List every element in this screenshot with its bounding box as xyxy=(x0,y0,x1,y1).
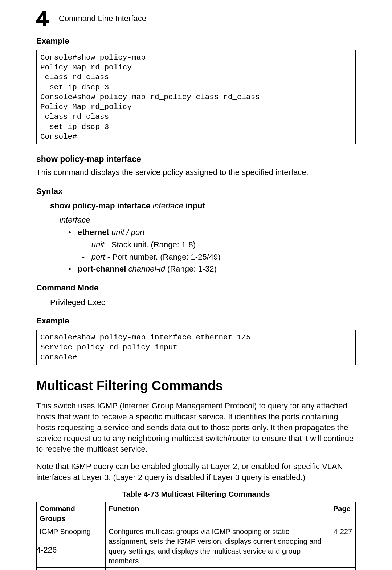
header-title: Command Line Interface xyxy=(59,13,146,24)
multicast-commands-table: Command Groups Function Page IGMP Snoopi… xyxy=(36,502,356,570)
page-header: Command Line Interface xyxy=(36,11,356,26)
slash: / xyxy=(127,228,129,237)
portchannel-keyword: port-channel xyxy=(78,264,126,273)
dash-port: - port - Port number. (Range: 1-25/49) xyxy=(82,252,356,262)
multicast-heading: Multicast Filtering Commands xyxy=(36,377,356,395)
bullet-portchannel: • port-channel channel-id (Range: 1-32) xyxy=(68,264,356,274)
chapter-number-icon xyxy=(36,11,54,26)
th-page: Page xyxy=(330,502,356,525)
table-row: IGMP Snooping Configures multicast group… xyxy=(37,525,356,567)
table-row: IGMP Query (Layer 2) Configures IGMP que… xyxy=(37,567,356,570)
th-command-groups: Command Groups xyxy=(37,502,106,525)
example-code-block-1: Console#show policy-map Policy Map rd_po… xyxy=(36,50,356,144)
dash: - xyxy=(82,252,89,261)
th-function: Function xyxy=(106,502,330,525)
syntax-keyword: show policy-map interface xyxy=(50,201,150,210)
syntax-line: show policy-map interface interface inpu… xyxy=(50,200,356,211)
port-text: - Port number. (Range: 1-25/49) xyxy=(107,252,221,261)
cell-page: 4-227 xyxy=(330,525,356,567)
dash: - xyxy=(82,240,89,249)
cell-function: Configures multicast groups via IGMP sno… xyxy=(106,525,330,567)
syntax-heading: Syntax xyxy=(36,186,356,197)
command-mode-value: Privileged Exec xyxy=(50,297,356,308)
ethernet-unit: unit xyxy=(111,228,124,237)
command-title: show policy-map interface xyxy=(36,154,356,165)
portchannel-text: (Range: 1-32) xyxy=(167,264,217,273)
unit-text: - Stack unit. (Range: 1-8) xyxy=(106,240,196,249)
table-caption: Table 4-73 Multicast Filtering Commands xyxy=(36,489,356,499)
bullet-dot: • xyxy=(68,228,75,237)
syntax-param: interface xyxy=(152,201,183,210)
port-ital: port xyxy=(91,252,105,261)
bullet-dot: • xyxy=(68,264,75,273)
example-heading-2: Example xyxy=(36,315,356,326)
interface-label: interface xyxy=(60,215,356,225)
page-number: 4-226 xyxy=(36,545,57,555)
dash-unit: - unit - Stack unit. (Range: 1-8) xyxy=(82,239,356,250)
cell-function: Configures IGMP query parameters for mul… xyxy=(106,567,330,570)
table-header-row: Command Groups Function Page xyxy=(37,502,356,525)
cell-page: 4-230 xyxy=(330,567,356,570)
cell-group: IGMP Query (Layer 2) xyxy=(37,567,106,570)
portchannel-param: channel-id xyxy=(128,264,165,273)
ethernet-port: port xyxy=(131,228,145,237)
ethernet-keyword: ethernet xyxy=(78,228,109,237)
example-heading: Example xyxy=(36,36,356,46)
multicast-para-2: Note that IGMP query can be enabled glob… xyxy=(36,461,356,483)
unit-ital: unit xyxy=(91,240,104,249)
command-mode-heading: Command Mode xyxy=(36,282,356,293)
multicast-para-1: This switch uses IGMP (Internet Group Ma… xyxy=(36,400,356,454)
command-description: This command displays the service policy… xyxy=(36,167,356,178)
syntax-keyword: input xyxy=(185,201,205,210)
example-code-block-2: Console#show policy-map interface ethern… xyxy=(36,330,356,365)
bullet-ethernet: • ethernet unit / port xyxy=(68,227,356,238)
